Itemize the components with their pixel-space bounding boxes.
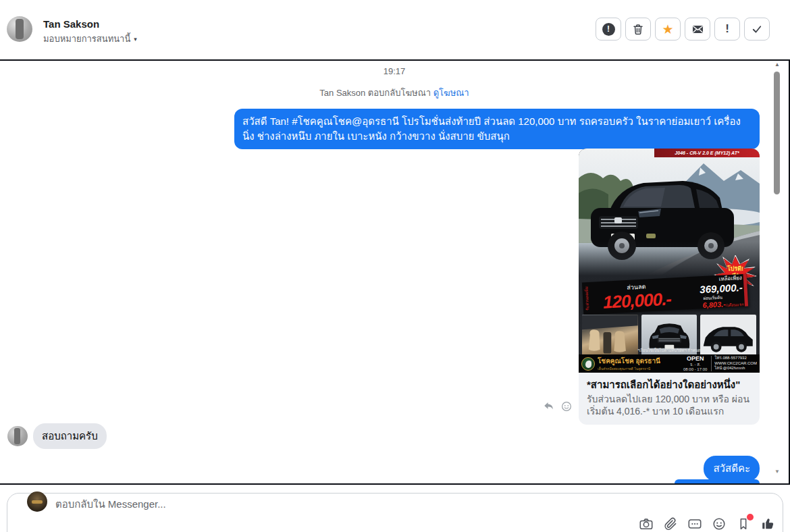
open-label: OPEN xyxy=(683,355,707,362)
chevron-down-icon: ▾ xyxy=(134,36,137,43)
discount-block: ส่วนลด 120,000.- xyxy=(590,277,683,315)
check-icon xyxy=(751,23,763,35)
discount-value: 120,000.- xyxy=(602,290,671,311)
ad-reply-text: Tan Sakson ตอบกลับโฆษณา xyxy=(319,88,433,98)
star-icon: ★ xyxy=(662,23,673,36)
reply-icon[interactable] xyxy=(543,400,555,413)
messenger-inbox-window: Tan Sakson มอบหมายการสนทนานี้ ▾ ! ★ xyxy=(0,0,790,532)
camera-icon[interactable] xyxy=(639,516,654,531)
dealer-name: โชคคูณโชค อุดรธานี xyxy=(598,356,681,366)
like-icon[interactable] xyxy=(760,516,775,531)
exclamation-icon: ! xyxy=(725,22,729,36)
opening-hours: OPEN จ. - ส. 08:00 - 17:00 xyxy=(683,355,708,371)
assign-conversation-label: มอบหมายการสนทนานี้ xyxy=(43,32,130,46)
emoji-icon[interactable] xyxy=(712,516,727,531)
ad-model-tag: J046 - CR-V 2.0 E (MY12) AT* xyxy=(654,149,760,157)
emoji-react-icon[interactable] xyxy=(560,400,573,413)
contact-line: ไลน์:@042fvmnh xyxy=(714,366,757,371)
scrollbar-thumb[interactable] xyxy=(774,72,780,194)
conversation-actions-toolbar: ! ★ ! xyxy=(596,18,770,41)
scroll-up-arrow-icon[interactable]: ▲ xyxy=(772,61,782,68)
message-hover-actions xyxy=(543,400,573,413)
reply-composer: ตอบกลับใน Messenger... xyxy=(0,485,790,532)
notification-dot xyxy=(747,514,754,521)
view-ad-link[interactable]: ดูโฆษณา xyxy=(433,88,469,98)
star-button[interactable]: ★ xyxy=(655,18,681,41)
remaining-block: เหลือเพียง 369,000.- ผ่อนเริ่มต้น 6,803.… xyxy=(682,274,745,310)
message-thread: 19:17 Tan Sakson ตอบกลับโฆษณา ดูโฆษณา สว… xyxy=(0,59,790,485)
report-icon: ! xyxy=(602,23,615,36)
message-input-placeholder: ตอบกลับใน Messenger... xyxy=(55,496,166,512)
conversation-header: Tan Sakson มอบหมายการสนทนานี้ ▾ ! ★ xyxy=(0,0,790,59)
customer-avatar[interactable] xyxy=(7,426,28,446)
chat-scrollbar: ▲ ▼ xyxy=(772,61,782,483)
dealer-contact: โทร.088-5577932 WWW.CKC2CAR.COM ไลน์:@04… xyxy=(711,356,757,371)
trash-icon xyxy=(632,23,644,35)
dealer-logo-icon xyxy=(581,357,595,371)
promo-message-bubble[interactable]: สวัสดี Tan! #โชคคูณโชค@อุดรธานี โปรโมชั่… xyxy=(234,109,760,149)
mark-spam-button[interactable]: ! xyxy=(714,18,740,41)
report-button[interactable]: ! xyxy=(596,18,621,41)
open-days: จ. - ส. xyxy=(683,363,707,367)
customer-message-bubble[interactable]: สอบถามครับ xyxy=(33,423,107,449)
envelope-icon xyxy=(691,23,704,36)
ad-caption-title: *สามารถเลือกได้อย่างใดอย่างหนึ่ง" xyxy=(587,379,752,392)
ad-caption-body: รับส่วนลดไปเลย 120,000 บาท หรือ ผ่อนเริ่… xyxy=(587,393,752,417)
ad-attachment-card[interactable]: J046 - CR-V 2.0 E (MY12) AT* โปรดี! ส่ง … xyxy=(579,149,760,425)
delete-button[interactable] xyxy=(625,18,651,41)
ad-footer-bar: โชคคูณโชค อุดรธานี เต็นท์รถมือสองคุณภาพด… xyxy=(579,354,760,373)
ad-image: J046 - CR-V 2.0 E (MY12) AT* โปรดี! ส่ง … xyxy=(579,149,760,373)
contact-name: Tan Sakson xyxy=(43,18,99,30)
ad-caption: *สามารถเลือกได้อย่างใดอย่างหนึ่ง" รับส่ว… xyxy=(579,373,760,425)
scroll-down-arrow-icon[interactable]: ▼ xyxy=(772,469,782,475)
partial-message-bubble[interactable] xyxy=(675,479,760,483)
contact-avatar[interactable] xyxy=(7,16,32,42)
agent-reply-bubble[interactable]: สวัสดีคะ xyxy=(704,456,760,481)
saved-replies-button[interactable] xyxy=(736,516,751,531)
assign-conversation-dropdown[interactable]: มอบหมายการสนทนานี้ ▾ xyxy=(43,32,137,46)
timestamp: 19:17 xyxy=(0,66,789,76)
burst-line1: โปรดี! xyxy=(727,265,743,272)
ad-reply-context: Tan Sakson ตอบกลับโฆษณา ดูโฆษณา xyxy=(0,86,789,100)
installment-suffix: /เดือนแรก xyxy=(726,302,743,307)
customer-message-row: สอบถามครับ xyxy=(7,423,107,449)
page-avatar xyxy=(27,491,47,512)
composer-toolbar xyxy=(639,516,775,531)
ad-disclaimer: *เงื่อนไขเป็นไปตามที่บริษัทฯ กำหนด xyxy=(579,347,760,354)
contact-phone: โทร.088-5577932 xyxy=(714,356,757,361)
dealer-tagline: เต็นท์รถมือสองคุณภาพดี ในอุดรธานี xyxy=(598,366,681,371)
mark-done-button[interactable] xyxy=(744,18,770,41)
dealer-info: โชคคูณโชค อุดรธานี เต็นท์รถมือสองคุณภาพด… xyxy=(598,356,681,371)
open-hours: 08:00 - 17:00 xyxy=(683,367,707,372)
gif-sticker-icon[interactable] xyxy=(687,516,702,531)
attachment-icon[interactable] xyxy=(663,516,678,531)
mark-unread-button[interactable] xyxy=(685,18,710,41)
